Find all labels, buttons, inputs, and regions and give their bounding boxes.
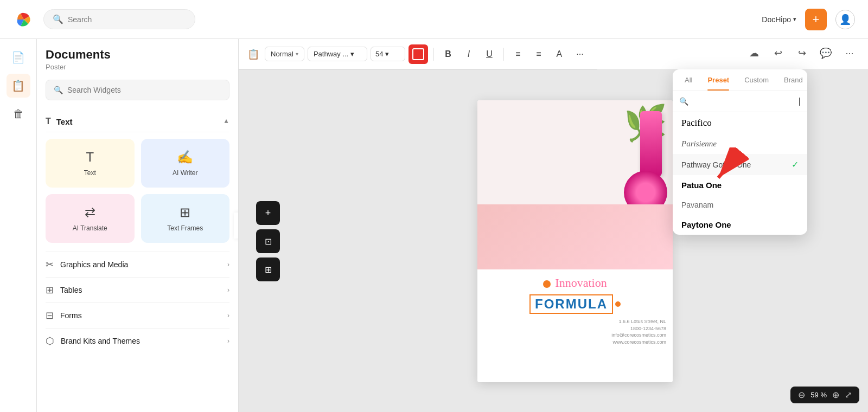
widget-ai-translate[interactable]: ⇄ AI Translate bbox=[46, 194, 135, 243]
more-options-button[interactable]: ··· bbox=[571, 46, 589, 63]
graphics-chevron: › bbox=[227, 261, 229, 268]
text-widget-icon: T bbox=[86, 150, 94, 165]
grid-btn[interactable]: ⊞ bbox=[256, 258, 280, 281]
text-section-chevron: ▼ bbox=[223, 118, 229, 125]
underline-button[interactable]: U bbox=[481, 46, 498, 63]
graphics-icon: ✂ bbox=[46, 259, 54, 271]
ai-translate-label: AI Translate bbox=[73, 224, 107, 232]
search-icon: 🔍 bbox=[53, 14, 63, 24]
search-input[interactable] bbox=[68, 15, 186, 24]
sidebar-subtitle: Poster bbox=[46, 63, 229, 71]
comment-btn[interactable]: 💬 bbox=[816, 43, 835, 63]
font-value: Pathway ... bbox=[314, 50, 348, 58]
clipboard-icon[interactable]: 📋 bbox=[247, 48, 259, 60]
cloud-save-btn[interactable]: ☁ bbox=[744, 43, 764, 63]
ai-writer-icon: ✍ bbox=[177, 150, 193, 165]
tables-chevron: › bbox=[227, 286, 229, 294]
font-name-pathway: Pathway Gothic One bbox=[681, 160, 751, 169]
text-color-btn[interactable] bbox=[409, 44, 428, 64]
font-tab-all[interactable]: All bbox=[677, 69, 700, 91]
highlight-button[interactable]: A bbox=[551, 46, 568, 63]
font-select[interactable]: Pathway ... ▾ bbox=[308, 47, 367, 61]
rail-document-icon[interactable]: 📄 bbox=[7, 46, 30, 69]
font-tab-custom[interactable]: Custom bbox=[737, 69, 776, 91]
poster-address: 1.6.6 Lotus Street, NL 1800-1234-5678 in… bbox=[484, 318, 666, 345]
chevron-down-icon: ▾ bbox=[793, 16, 796, 23]
tables-label: Tables bbox=[60, 286, 82, 294]
rail-pages-icon[interactable]: 📋 bbox=[7, 74, 30, 98]
font-item-pathway[interactable]: Pathway Gothic One ✓ bbox=[673, 154, 807, 175]
text-frames-icon: ⊞ bbox=[180, 205, 190, 220]
zoom-value: 59 % bbox=[810, 391, 827, 399]
bold-button[interactable]: B bbox=[439, 46, 457, 63]
sidebar: Documents Poster 🔍 T Text ▼ T Text ✍ AI … bbox=[37, 39, 239, 412]
poster-canvas[interactable]: 🌿 Innovation FORMULA bbox=[477, 100, 673, 382]
brand-chevron: › bbox=[227, 337, 229, 345]
frame-btn[interactable]: ⊡ bbox=[256, 229, 280, 253]
italic-button[interactable]: I bbox=[460, 46, 477, 63]
fullscreen-btn[interactable]: ⤢ bbox=[845, 390, 852, 400]
user-avatar[interactable]: 👤 bbox=[835, 10, 855, 29]
category-graphics[interactable]: ✂ Graphics and Media › bbox=[46, 252, 229, 277]
search-bar[interactable]: 🔍 bbox=[43, 9, 195, 29]
font-item-paytone[interactable]: Paytone One bbox=[673, 215, 807, 235]
text-frames-label: Text Frames bbox=[167, 224, 203, 232]
text-section-icon: T bbox=[46, 117, 51, 126]
more-btn[interactable]: ··· bbox=[840, 43, 859, 63]
text-section-header[interactable]: T Text ▼ bbox=[46, 111, 229, 132]
brand-label: Brand Kits and Themes bbox=[61, 337, 140, 345]
toolbar: 📋 Normal ▾ Pathway ... ▾ 54 ▾ B bbox=[239, 39, 597, 69]
font-item-pavanam[interactable]: Pavanam bbox=[673, 195, 807, 215]
font-tab-preset[interactable]: Preset bbox=[700, 69, 737, 91]
formula-dot bbox=[615, 301, 621, 307]
tables-icon: ⊞ bbox=[46, 284, 54, 296]
font-item-patua[interactable]: Patua One bbox=[673, 175, 807, 195]
poster-innovation-text: Innovation bbox=[555, 276, 607, 290]
poster-formula-text: FORMULA bbox=[529, 294, 613, 314]
font-dropdown-panel: All Preset Custom Brand 🔍 | Pacifico Par… bbox=[673, 69, 807, 235]
topbar: 🔍 DocHipo ▾ + 👤 bbox=[0, 0, 868, 39]
widget-text-frames[interactable]: ⊞ Text Frames bbox=[141, 194, 230, 243]
search-widgets-input[interactable] bbox=[67, 86, 221, 94]
font-search-input[interactable] bbox=[693, 97, 794, 106]
brand-icon: ⬡ bbox=[46, 335, 54, 347]
font-tab-brand[interactable]: Brand bbox=[776, 69, 807, 91]
widget-text[interactable]: T Text bbox=[46, 139, 135, 188]
undo-btn[interactable]: ↩ bbox=[768, 43, 788, 63]
widget-ai-writer[interactable]: ✍ AI Writer bbox=[141, 139, 230, 188]
zoom-in-btn[interactable]: ⊕ bbox=[832, 390, 839, 400]
separator-1 bbox=[433, 48, 434, 61]
sidebar-title: Documents bbox=[46, 48, 229, 62]
font-size-select[interactable]: 54 ▾ bbox=[371, 47, 405, 61]
search-widgets-bar[interactable]: 🔍 bbox=[46, 80, 229, 100]
category-brand[interactable]: ⬡ Brand Kits and Themes › bbox=[46, 328, 229, 353]
rail-trash-icon[interactable]: 🗑 bbox=[7, 102, 30, 126]
orange-dot bbox=[543, 280, 551, 288]
font-tabs: All Preset Custom Brand bbox=[673, 69, 807, 91]
add-element-btn[interactable]: + bbox=[256, 201, 280, 225]
logo[interactable] bbox=[13, 9, 35, 30]
product-tube bbox=[640, 111, 662, 176]
align-left-button[interactable]: ≡ bbox=[509, 46, 527, 63]
zoom-out-btn[interactable]: ⊖ bbox=[798, 390, 805, 400]
font-search[interactable]: 🔍 | bbox=[673, 91, 807, 112]
font-item-pacifico[interactable]: Pacifico bbox=[673, 112, 807, 134]
font-name-pacifico: Pacifico bbox=[681, 118, 712, 128]
graphics-label: Graphics and Media bbox=[60, 260, 128, 269]
sidebar-collapse-btn[interactable]: ‹ bbox=[234, 213, 239, 239]
category-forms[interactable]: ⊟ Forms › bbox=[46, 302, 229, 328]
zoom-bar: ⊖ 59 % ⊕ ⤢ bbox=[790, 387, 859, 403]
toolbar-area: 📋 Normal ▾ Pathway ... ▾ 54 ▾ B bbox=[239, 39, 868, 70]
forms-chevron: › bbox=[227, 312, 229, 319]
widget-grid: T Text ✍ AI Writer ⇄ AI Translate ⊞ Text… bbox=[46, 139, 229, 243]
font-item-parisienne[interactable]: Parisienne bbox=[673, 134, 807, 154]
style-caret: ▾ bbox=[296, 51, 298, 57]
font-search-cursor: | bbox=[799, 96, 801, 106]
plus-button[interactable]: + bbox=[805, 9, 827, 30]
category-tables[interactable]: ⊞ Tables › bbox=[46, 277, 229, 302]
list-button[interactable]: ≡ bbox=[530, 46, 547, 63]
main-area: 📋 Normal ▾ Pathway ... ▾ 54 ▾ B bbox=[239, 39, 868, 412]
redo-btn[interactable]: ↪ bbox=[792, 43, 812, 63]
dochipo-label[interactable]: DocHipo ▾ bbox=[762, 15, 796, 24]
style-select[interactable]: Normal ▾ bbox=[265, 47, 304, 61]
